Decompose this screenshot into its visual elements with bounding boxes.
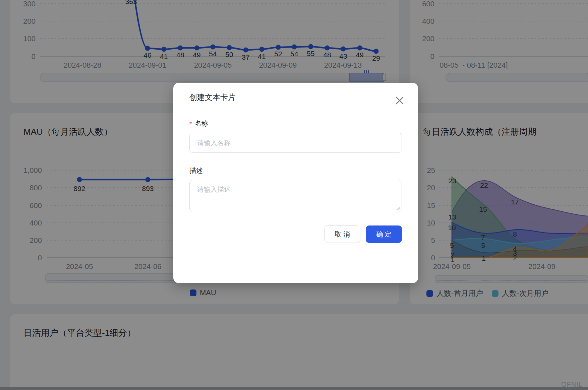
required-mark: * [189, 120, 192, 128]
name-label-text: 名称 [195, 119, 208, 128]
name-field-label: * 名称 [189, 119, 402, 128]
confirm-button[interactable]: 确 定 [366, 225, 402, 243]
close-icon[interactable] [395, 95, 405, 106]
create-text-card-dialog: 创建文本卡片 * 名称 描述 取 消 确 定 [173, 83, 418, 283]
name-input[interactable] [189, 133, 402, 153]
description-field-label: 描述 [189, 166, 402, 175]
dialog-title: 创建文本卡片 [189, 91, 402, 103]
cancel-button[interactable]: 取 消 [324, 225, 360, 243]
description-textarea[interactable] [189, 180, 402, 212]
description-label-text: 描述 [189, 166, 203, 175]
dashboard-page: MAU（每月活跃人数） 每日活跃人数构成（注册周期 日活用户（平台类型-1细分）… [0, 0, 588, 390]
